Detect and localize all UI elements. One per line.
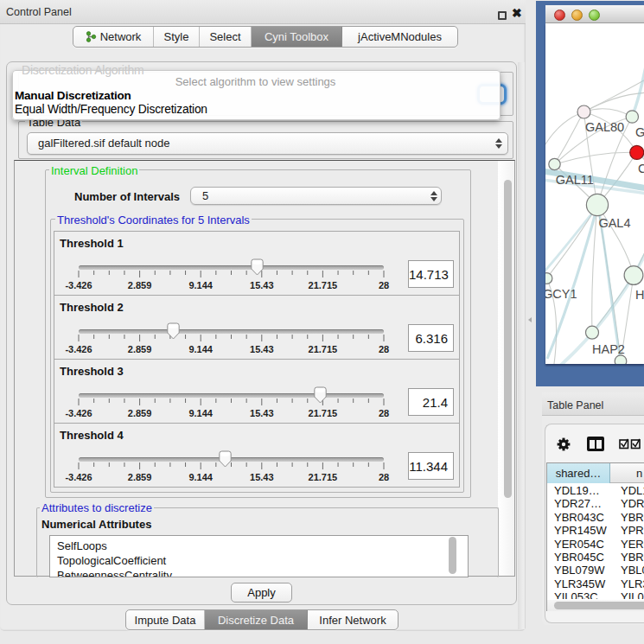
svg-text:GAL4: GAL4 (598, 216, 630, 230)
svg-text:GA: GA (635, 125, 644, 139)
svg-text:HAP2: HAP2 (592, 342, 625, 356)
svg-text:H: H (635, 288, 644, 302)
svg-text:C: C (638, 162, 644, 175)
svg-text:GAL11: GAL11 (556, 173, 594, 187)
svg-text:GAL80: GAL80 (585, 120, 624, 134)
svg-text:GCY1: GCY1 (545, 287, 577, 301)
